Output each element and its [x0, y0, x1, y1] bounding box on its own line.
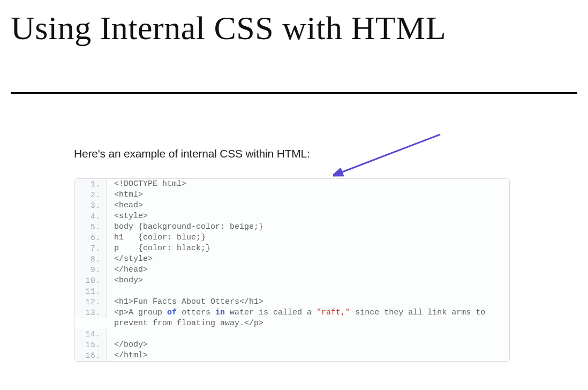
code-line: <body> — [107, 275, 509, 286]
code-row: 7. p {color: black;} — [74, 243, 509, 254]
code-keyword: in — [215, 308, 225, 317]
line-number: 14. — [74, 329, 107, 340]
line-number: 3. — [74, 200, 107, 211]
code-line: h1 {color: blue;} — [107, 232, 509, 243]
line-number: 11. — [74, 286, 107, 297]
code-line: <h1>Fun Facts About Otters</h1> — [107, 297, 509, 308]
code-line: </style> — [107, 254, 509, 265]
code-row: 16. </html> — [74, 350, 509, 361]
line-number: 13. — [74, 308, 107, 318]
code-row: 1. <!DOCTYPE html> — [74, 179, 509, 190]
page-title: Using Internal CSS with HTML — [11, 10, 588, 46]
line-number: 15. — [74, 340, 107, 350]
code-line: body {background-color: beige;} — [107, 222, 509, 232]
code-line: <head> — [107, 200, 509, 211]
code-row: 15. </body> — [74, 340, 509, 350]
code-row: 14. — [74, 329, 509, 340]
code-line: </html> — [107, 350, 509, 361]
line-number: 12. — [74, 297, 107, 308]
code-string: "raft," — [316, 308, 350, 317]
line-number: 8. — [74, 254, 107, 265]
code-line: </head> — [107, 265, 509, 275]
code-row: 13. <p>A group of otters in water is cal… — [74, 308, 509, 329]
code-row: 12. <h1>Fun Facts About Otters</h1> — [74, 297, 509, 308]
code-block: 1. <!DOCTYPE html> 2. <html> 3. <head> 4… — [74, 178, 510, 362]
code-line: <!DOCTYPE html> — [107, 179, 509, 190]
intro-text: Here's an example of internal CSS within… — [74, 147, 510, 160]
code-row: 9. </head> — [74, 265, 509, 275]
code-line: p {color: black;} — [107, 243, 509, 254]
code-line: <style> — [107, 211, 509, 222]
content-area: Here's an example of internal CSS within… — [74, 147, 510, 362]
code-line: </body> — [107, 340, 509, 350]
line-number: 10. — [74, 275, 107, 286]
code-text: water is called a — [225, 308, 316, 317]
line-number: 7. — [74, 243, 107, 254]
code-line: <html> — [107, 190, 509, 200]
line-number: 1. — [74, 179, 107, 190]
page: Using Internal CSS with HTML Here's an e… — [0, 0, 588, 390]
code-row: 10. <body> — [74, 275, 509, 286]
line-number: 6. — [74, 232, 107, 243]
code-row: 5. body {background-color: beige;} — [74, 222, 509, 232]
code-row: 11. — [74, 286, 509, 297]
code-row: 3. <head> — [74, 200, 509, 211]
code-row: 2. <html> — [74, 190, 509, 200]
code-text: <p>A group — [114, 308, 167, 317]
line-number: 5. — [74, 222, 107, 232]
line-number: 4. — [74, 211, 107, 222]
line-number: 9. — [74, 265, 107, 275]
code-keyword: of — [167, 308, 177, 317]
code-row: 4. <style> — [74, 211, 509, 222]
code-row: 8. </style> — [74, 254, 509, 265]
code-row: 6. h1 {color: blue;} — [74, 232, 509, 243]
line-number: 16. — [74, 350, 107, 361]
line-number: 2. — [74, 190, 107, 200]
horizontal-rule — [11, 92, 577, 94]
code-line: <p>A group of otters in water is called … — [107, 308, 509, 329]
code-text: otters — [177, 308, 215, 317]
